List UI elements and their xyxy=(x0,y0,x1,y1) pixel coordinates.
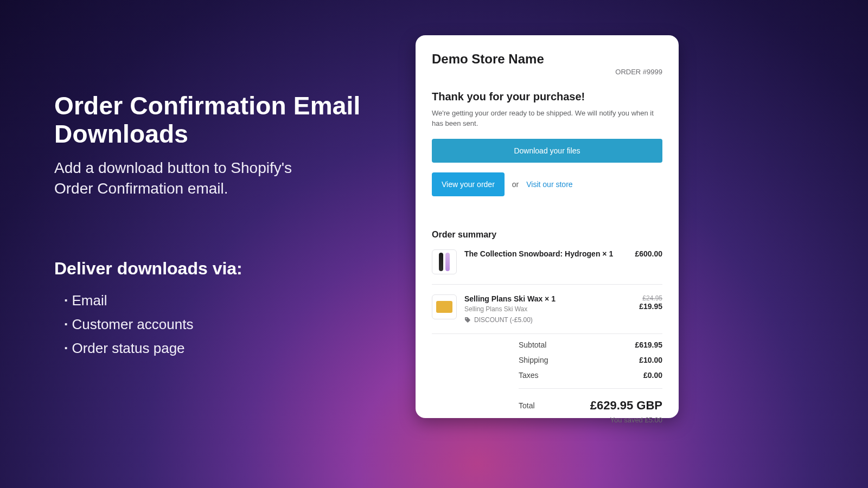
order-summary-heading: Order summary xyxy=(432,230,662,240)
store-name: Demo Store Name xyxy=(432,52,544,67)
subtotal-label: Subtotal xyxy=(519,341,546,349)
line-item-price: £600.00 xyxy=(635,249,662,258)
subheadline: Add a download button to Shopify's Order… xyxy=(54,158,391,199)
product-thumbnail xyxy=(432,249,457,274)
list-item: Customer accounts xyxy=(64,312,391,336)
line-item: Selling Plans Ski Wax × 1 Selling Plans … xyxy=(432,285,662,334)
view-order-button[interactable]: View your order xyxy=(432,172,505,196)
snowboard-icon xyxy=(436,252,452,272)
line-item-price: £19.95 xyxy=(639,302,662,311)
discount-text: DISCOUNT (-£5.00) xyxy=(474,316,533,324)
line-item-title: Selling Plans Ski Wax × 1 xyxy=(464,294,556,303)
sub-line-2: Order Confirmation email. xyxy=(54,180,228,197)
download-files-button[interactable]: Download your files xyxy=(432,139,662,163)
list-item: Email xyxy=(64,288,391,312)
promo-stage: Order Confirmation Email Downloads Add a… xyxy=(0,0,868,488)
wax-icon xyxy=(436,301,452,313)
headline: Order Confirmation Email Downloads xyxy=(54,92,391,148)
deliver-heading: Deliver downloads via: xyxy=(54,259,391,279)
totals-block: Subtotal£619.95 Shipping£10.00 Taxes£0.0… xyxy=(519,337,662,424)
sub-line-1: Add a download button to Shopify's xyxy=(54,159,292,176)
line-item: The Collection Snowboard: Hydrogen × 1 £… xyxy=(432,240,662,285)
tag-icon xyxy=(464,317,471,323)
total-label: Total xyxy=(519,401,535,410)
or-text: or xyxy=(512,180,519,189)
taxes-value: £0.00 xyxy=(643,371,662,380)
line-item-title: The Collection Snowboard: Hydrogen × 1 xyxy=(464,249,613,258)
subtotal-value: £619.95 xyxy=(635,341,662,349)
line-item-strike-price: £24.95 xyxy=(639,294,662,302)
shipping-label: Shipping xyxy=(519,356,548,364)
email-preview-card: Demo Store Name ORDER #9999 Thank you fo… xyxy=(416,35,679,418)
line-item-subtitle: Selling Plans Ski Wax xyxy=(464,305,556,313)
order-number: ORDER #9999 xyxy=(615,68,662,76)
headline-line-2: Downloads xyxy=(54,120,188,148)
list-item: Order status page xyxy=(64,336,391,360)
thank-you-heading: Thank you for your purchase! xyxy=(432,91,662,103)
marketing-copy: Order Confirmation Email Downloads Add a… xyxy=(54,92,391,360)
headline-line-1: Order Confirmation Email xyxy=(54,92,361,120)
shipping-message: We're getting your order ready to be shi… xyxy=(432,108,662,129)
visit-store-link[interactable]: Visit our store xyxy=(526,180,572,189)
you-saved: You saved £5.00 xyxy=(519,416,662,424)
discount-badge: DISCOUNT (-£5.00) xyxy=(464,316,556,324)
deliver-list: Email Customer accounts Order status pag… xyxy=(54,288,391,361)
shipping-value: £10.00 xyxy=(639,356,662,364)
divider xyxy=(519,388,662,389)
total-value: £629.95 GBP xyxy=(590,399,662,413)
product-thumbnail xyxy=(432,294,457,319)
taxes-label: Taxes xyxy=(519,371,539,380)
